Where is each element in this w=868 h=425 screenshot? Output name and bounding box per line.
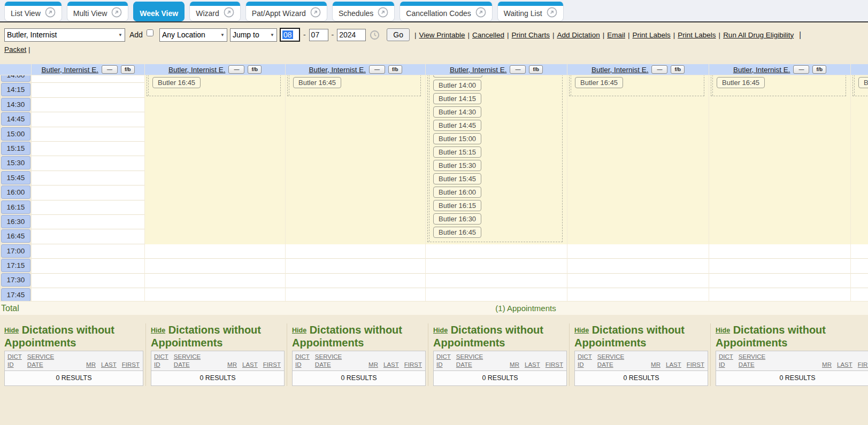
appointment-slot-button[interactable]: Butler 16:45: [152, 77, 201, 88]
time-slot-cell[interactable]: 15:30: [1, 156, 30, 169]
sort-first-link[interactable]: FIRST: [263, 361, 281, 369]
sort-mr-link[interactable]: MR: [227, 361, 237, 369]
sort-id-link[interactable]: ID: [436, 361, 451, 369]
open-in-new-icon[interactable]: [475, 7, 486, 20]
sort-last-link[interactable]: LAST: [666, 361, 681, 369]
time-slot-cell[interactable]: 14:15: [1, 83, 30, 96]
open-in-new-icon[interactable]: [111, 7, 122, 20]
toolbar-link[interactable]: Print Charts: [512, 31, 550, 39]
open-in-new-icon[interactable]: [45, 7, 56, 20]
time-slot-cell[interactable]: 17:45: [1, 288, 30, 301]
minimize-column-button[interactable]: —: [369, 65, 385, 74]
sort-service-link[interactable]: SERVICE: [597, 353, 624, 361]
hide-link[interactable]: Hide: [151, 327, 165, 334]
nav-tab[interactable]: Pat/Appt Wizard: [245, 2, 327, 21]
time-slot-cell[interactable]: 14:30: [1, 98, 30, 111]
sort-date-link[interactable]: DATE: [27, 361, 54, 369]
sort-first-link[interactable]: FIRST: [122, 361, 140, 369]
appointment-slot-button[interactable]: Butler 16:00: [433, 187, 481, 198]
time-slot-cell[interactable]: 15:00: [1, 127, 30, 141]
sort-dict-link[interactable]: DICT: [295, 353, 310, 361]
sort-last-link[interactable]: LAST: [525, 361, 540, 369]
minimize-column-button[interactable]: —: [510, 65, 526, 74]
sort-date-link[interactable]: DATE: [739, 361, 765, 369]
nav-tab[interactable]: Week View: [133, 2, 185, 21]
sort-dict-link[interactable]: DICT: [436, 353, 451, 361]
hide-link[interactable]: Hide: [574, 327, 589, 334]
appointment-slot-button[interactable]: Butler 15:00: [433, 133, 481, 144]
sort-dict-link[interactable]: DICT: [719, 353, 733, 361]
appointment-slot-button[interactable]: Butler 16:45: [433, 227, 481, 238]
sort-last-link[interactable]: LAST: [837, 361, 852, 369]
fb-button[interactable]: f/b: [248, 65, 262, 74]
sort-service-link[interactable]: SERVICE: [27, 353, 54, 361]
time-slot-cell[interactable]: 17:00: [1, 244, 30, 258]
fb-button[interactable]: f/b: [121, 65, 135, 74]
sort-service-link[interactable]: SERVICE: [174, 353, 201, 361]
sort-date-link[interactable]: DATE: [597, 361, 624, 369]
packet-link[interactable]: Packet: [4, 45, 26, 53]
appointment-slot-button[interactable]: Butler 15:45: [433, 173, 481, 184]
appointment-slot-button[interactable]: Butler 16:45: [858, 77, 868, 88]
clock-icon[interactable]: [368, 30, 381, 40]
open-in-new-icon[interactable]: [547, 7, 557, 20]
sort-date-link[interactable]: DATE: [456, 361, 483, 369]
appointment-slot-button[interactable]: Butler 14:15: [433, 93, 481, 104]
provider-header-link[interactable]: Butler, Internist E.: [168, 66, 226, 74]
sort-dict-link[interactable]: DICT: [7, 353, 22, 361]
appointment-slot-button[interactable]: Butler 14:00: [433, 80, 481, 91]
sort-id-link[interactable]: ID: [295, 361, 310, 369]
time-slot-cell[interactable]: 14:45: [1, 112, 30, 126]
provider-header-link[interactable]: Butler, Internist E.: [450, 66, 507, 74]
sort-service-link[interactable]: SERVICE: [456, 353, 483, 361]
location-select[interactable]: Any Location: [159, 28, 227, 42]
fb-button[interactable]: f/b: [529, 65, 543, 74]
provider-header-link[interactable]: Butler, Internist E.: [41, 66, 98, 74]
appointment-slot-button[interactable]: Butler 16:30: [433, 213, 481, 225]
toolbar-link[interactable]: Run All Drug Eligibility: [723, 31, 794, 39]
sort-last-link[interactable]: LAST: [101, 361, 117, 369]
open-in-new-icon[interactable]: [378, 7, 388, 20]
toolbar-link[interactable]: Email: [607, 31, 625, 39]
sort-id-link[interactable]: ID: [719, 361, 733, 369]
sort-first-link[interactable]: FIRST: [687, 361, 704, 369]
toolbar-link[interactable]: View Printable: [419, 31, 465, 39]
jump-to-select[interactable]: Jump to: [230, 28, 277, 42]
sort-mr-link[interactable]: MR: [822, 361, 832, 369]
sort-id-link[interactable]: ID: [7, 361, 22, 369]
sort-id-link[interactable]: ID: [578, 361, 592, 369]
time-slot-cell[interactable]: 15:15: [1, 142, 30, 155]
sort-mr-link[interactable]: MR: [368, 361, 378, 369]
appointment-slot-button[interactable]: Butler 16:45: [717, 77, 765, 88]
provider-header-link[interactable]: Butler, Internist E.: [733, 66, 790, 74]
appointment-slot-button[interactable]: Butler 14:45: [433, 120, 481, 131]
toolbar-link[interactable]: Cancelled: [472, 31, 504, 39]
hide-link[interactable]: Hide: [716, 327, 730, 334]
provider-header-link[interactable]: Butler, Internist E.: [309, 66, 366, 74]
date-year-field[interactable]: 2024: [337, 29, 366, 41]
appointment-slot-button[interactable]: Butler 16:45: [575, 77, 623, 88]
clipped-slot-button[interactable]: [433, 75, 482, 78]
minimize-column-button[interactable]: —: [793, 65, 809, 74]
toolbar-link[interactable]: Print Labels: [678, 31, 716, 39]
nav-tab[interactable]: Schedules: [332, 2, 395, 21]
fb-button[interactable]: f/b: [812, 65, 826, 74]
sort-first-link[interactable]: FIRST: [404, 361, 422, 369]
nav-tab[interactable]: Multi View: [67, 2, 129, 21]
sort-first-link[interactable]: FIRST: [546, 361, 563, 369]
sort-first-link[interactable]: FIRST: [858, 361, 868, 369]
add-checkbox[interactable]: [147, 29, 153, 36]
time-slot-cell[interactable]: 17:15: [1, 259, 30, 272]
minimize-column-button[interactable]: —: [102, 65, 118, 74]
time-slot-cell[interactable]: 16:00: [1, 186, 30, 199]
sort-last-link[interactable]: LAST: [242, 361, 258, 369]
minimize-column-button[interactable]: —: [651, 65, 667, 74]
appointment-slot-button[interactable]: Butler 15:15: [433, 146, 481, 158]
sort-dict-link[interactable]: DICT: [578, 353, 592, 361]
provider-select[interactable]: Butler, Internist: [4, 28, 125, 42]
fb-button[interactable]: f/b: [388, 65, 402, 74]
sort-id-link[interactable]: ID: [154, 361, 168, 369]
nav-tab[interactable]: List View: [4, 2, 62, 21]
go-button[interactable]: Go: [387, 28, 410, 41]
time-slot-cell[interactable]: 14:00: [1, 75, 30, 82]
